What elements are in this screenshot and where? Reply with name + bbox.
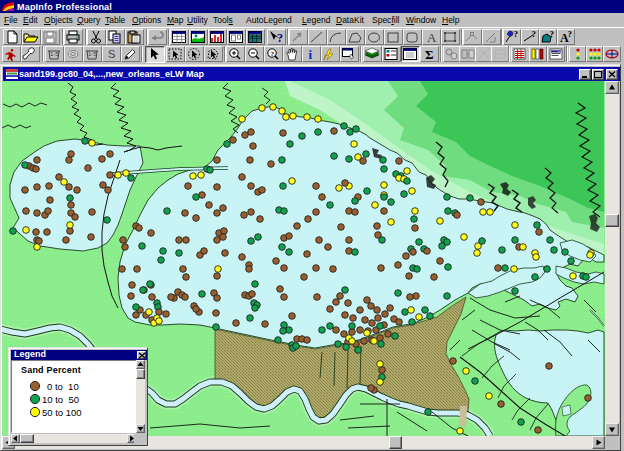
svg-text:S: S — [108, 48, 115, 60]
svg-text:Σ: Σ — [425, 47, 434, 61]
svg-text:?: ? — [277, 31, 283, 44]
svg-text:?: ? — [271, 50, 275, 58]
svg-text:1-5: 1-5 — [50, 51, 59, 57]
svg-text:?: ? — [514, 30, 519, 39]
svg-text:1-5: 1-5 — [88, 51, 97, 57]
svg-text:?: ? — [532, 30, 537, 39]
svg-text:i: i — [309, 47, 313, 61]
svg-text:A: A — [427, 30, 437, 44]
svg-text:?: ? — [550, 30, 555, 39]
svg-text:?: ? — [568, 30, 573, 39]
